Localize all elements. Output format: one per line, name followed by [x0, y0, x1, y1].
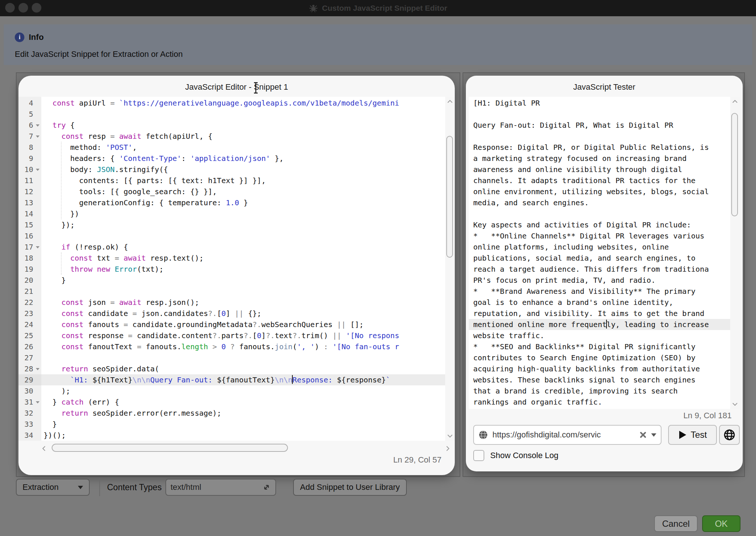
line-number: 11 — [24, 175, 33, 186]
tester-line[interactable]: that a brand is credible, improving its … — [469, 385, 740, 396]
tester-line[interactable] — [469, 109, 740, 120]
tester-line[interactable] — [469, 131, 740, 142]
tester-line[interactable]: mentioned online more frequently, leadin… — [469, 319, 740, 330]
snippet-mode-select[interactable]: Extraction — [16, 479, 90, 496]
tester-line[interactable]: online environment, utilizing websites, … — [469, 186, 740, 197]
code-line[interactable]: 20 } — [18, 275, 455, 286]
code-line[interactable]: 17 if (!resp.ok) { — [18, 241, 455, 252]
code-line[interactable]: 8 method: 'POST', — [18, 142, 455, 153]
tester-line[interactable]: website traffic. — [469, 330, 740, 341]
editor-vertical-scroll-thumb[interactable] — [446, 136, 453, 258]
tester-vertical-scroll-thumb[interactable] — [731, 113, 738, 216]
code-line[interactable]: 21 — [18, 286, 455, 297]
code-line[interactable]: 5 — [18, 109, 455, 120]
code-line[interactable]: 11 contents: [{ parts: [{ text: h1Text }… — [18, 175, 455, 186]
tester-line[interactable]: [H1: Digital PR — [469, 97, 740, 109]
scroll-right-icon[interactable] — [446, 446, 450, 451]
tester-line[interactable]: publications, social media, and search e… — [469, 252, 740, 264]
code-line[interactable]: 13 generationConfig: { temperature: 1.0 … — [18, 197, 455, 208]
tester-vertical-scrollbar[interactable] — [730, 97, 740, 409]
content-types-input[interactable]: text/html — [165, 479, 276, 496]
fold-arrow-icon[interactable] — [36, 246, 39, 248]
code-line[interactable]: 25 const response = candidate.content?.p… — [18, 330, 455, 341]
fold-arrow-icon[interactable] — [36, 368, 39, 370]
scroll-down-icon[interactable] — [732, 402, 738, 406]
line-number: 34 — [24, 430, 33, 441]
tester-line[interactable]: media, and search engines. — [469, 197, 740, 208]
tester-line[interactable]: a marketing strategy focused on increasi… — [469, 153, 740, 164]
code-line[interactable]: 14 }) — [18, 208, 455, 219]
code-line[interactable]: 19 throw new Error(txt); — [18, 264, 455, 275]
code-line[interactable]: 12 tools: [{ google_search: {} }], — [18, 186, 455, 197]
tester-line[interactable]: acquiring high-quality backlinks from au… — [469, 363, 740, 374]
tester-line[interactable]: contributes to Search Engine Optimizatio… — [469, 352, 740, 363]
tester-line[interactable]: goal is to enhance a brand's online iden… — [469, 297, 740, 308]
code-line[interactable]: 15 }); — [18, 219, 455, 230]
editor-horizontal-scroll-thumb[interactable] — [52, 444, 288, 452]
fold-arrow-icon[interactable] — [36, 135, 39, 138]
clear-url-icon[interactable] — [639, 431, 647, 439]
show-console-log-checkbox[interactable] — [473, 450, 484, 461]
tester-line[interactable]: Response: Digital PR, or Digital Public … — [469, 142, 740, 153]
tester-line[interactable]: websites. These backlinks signal to sear… — [469, 374, 740, 385]
line-number: 5 — [29, 109, 33, 120]
code-line[interactable]: 28 return seoSpider.data( — [18, 363, 455, 374]
tester-line[interactable]: channels. It adapts traditional PR tacti… — [469, 175, 740, 186]
tester-line[interactable]: reputation, and visibility. It aims to g… — [469, 308, 740, 319]
fold-arrow-icon[interactable] — [36, 124, 39, 127]
code-line[interactable]: 7 const resp = await fetch(apiUrl, { — [18, 131, 455, 142]
code-line[interactable]: 32 return seoSpider.error(err.message); — [18, 408, 455, 419]
test-button[interactable]: Test — [668, 425, 717, 445]
line-number: 23 — [24, 308, 33, 319]
code-line[interactable]: 29 `H1: ${h1Text}\n\nQuery Fan-out: ${fa… — [18, 374, 455, 385]
fold-arrow-icon[interactable] — [36, 401, 39, 403]
scroll-left-icon[interactable] — [42, 446, 46, 451]
code-line[interactable]: 31 } catch (err) { — [18, 396, 455, 408]
editor-horizontal-scrollbar[interactable] — [42, 443, 450, 454]
code-line[interactable]: 10 body: JSON.stringify({ — [18, 164, 455, 175]
add-snippet-to-library-button[interactable]: Add Snippet to User Library — [293, 479, 407, 496]
code-line[interactable]: 33 } — [18, 419, 455, 430]
scroll-up-icon[interactable] — [447, 100, 453, 103]
code-line[interactable]: 4 const apiUrl = `https://generativelang… — [18, 97, 455, 109]
code-line[interactable]: 30 ); — [18, 385, 455, 396]
line-number: 15 — [24, 219, 33, 230]
cancel-button[interactable]: Cancel — [654, 515, 698, 532]
test-url-input[interactable]: https://gofishdigital.com/servic — [473, 425, 662, 445]
tester-line[interactable]: * **Online Channels** Digital PR leverag… — [469, 230, 740, 241]
code-line[interactable]: 18 const txt = await resp.text(); — [18, 252, 455, 264]
line-number: 16 — [24, 230, 33, 241]
expand-icon[interactable] — [262, 483, 271, 492]
editor-vertical-scrollbar[interactable] — [445, 97, 455, 441]
tester-output[interactable]: [H1: Digital PRQuery Fan-out: Digital PR… — [469, 97, 740, 409]
tester-line[interactable]: * **SEO and Backlinks** Digital PR signi… — [469, 341, 740, 352]
code-line[interactable]: 27 — [18, 352, 455, 363]
open-in-browser-button[interactable] — [719, 425, 740, 445]
tester-line[interactable]: * **Brand Awareness and Visibility** The… — [469, 286, 740, 297]
tester-line[interactable] — [469, 208, 740, 219]
code-line[interactable]: 9 headers: { 'Content-Type': 'applicatio… — [18, 153, 455, 164]
url-history-dropdown-icon[interactable] — [651, 433, 656, 437]
console-log-row: Show Console Log — [473, 450, 559, 461]
scroll-down-icon[interactable] — [447, 434, 453, 438]
scroll-up-icon[interactable] — [732, 100, 738, 103]
ok-button[interactable]: OK — [702, 515, 740, 532]
tester-line[interactable]: awareness and online visibility through … — [469, 164, 740, 175]
tester-line[interactable]: reach a target audience. This differs fr… — [469, 264, 740, 275]
code-line[interactable]: 16 — [18, 230, 455, 241]
tester-line[interactable]: Key aspects and activities of Digital PR… — [469, 219, 740, 230]
window-title-area: Custom JavaScript Snippet Editor — [0, 0, 756, 16]
code-line[interactable]: 24 const fanouts = candidate.groundingMe… — [18, 319, 455, 330]
code-line[interactable]: 23 const candidate = json.candidates?.[0… — [18, 308, 455, 319]
code-line[interactable]: 22 const json = await resp.json(); — [18, 297, 455, 308]
code-editor[interactable]: 4 const apiUrl = `https://generativelang… — [18, 97, 455, 441]
tester-panel-title: JavaScript Tester — [466, 82, 743, 92]
code-line[interactable]: 34})(); — [18, 430, 455, 441]
code-line[interactable]: 6 try { — [18, 120, 455, 131]
tester-line[interactable]: online platforms, including websites, on… — [469, 241, 740, 252]
fold-arrow-icon[interactable] — [36, 169, 39, 171]
tester-line[interactable]: rankings and organic traffic. — [469, 396, 740, 408]
code-line[interactable]: 26 const fanoutText = fanouts.length > 0… — [18, 341, 455, 352]
tester-line[interactable]: Query Fan-out: Digital PR, What is Digit… — [469, 120, 740, 131]
tester-line[interactable]: PR's focus on print media, TV, and radio… — [469, 275, 740, 286]
